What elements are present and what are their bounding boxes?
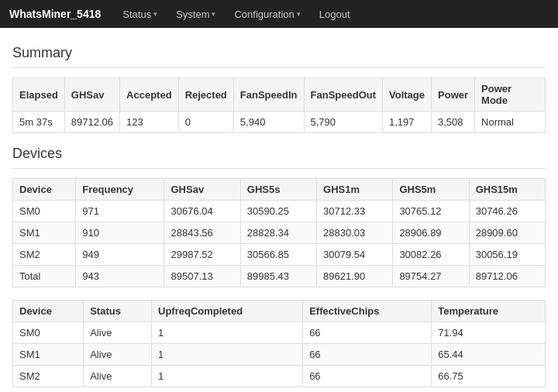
table-row: SM2Alive16666.75 xyxy=(13,366,546,387)
summary-accepted: 123 xyxy=(120,112,179,133)
cell-ghs5s: 30566.85 xyxy=(240,244,316,266)
devices-table1: Device Frequency GHSav GHS5s GHS1m GHS5m… xyxy=(12,178,546,287)
devices-divider xyxy=(12,168,546,169)
main-content: Summary Elapsed GHSav Accepted Rejected … xyxy=(0,28,558,392)
cell-ghs5m: 28906.89 xyxy=(393,222,469,244)
cell-ghs5m: 89754.27 xyxy=(393,266,469,287)
nav-item-system[interactable]: System ▾ xyxy=(173,0,219,28)
chevron-down-icon: ▾ xyxy=(153,10,157,18)
dev1-col-ghs15m: GHS15m xyxy=(469,179,545,201)
chevron-down-icon: ▾ xyxy=(212,10,215,18)
nav-item-configuration[interactable]: Configuration ▾ xyxy=(231,0,303,28)
table-row: SM191028843.5628828.3428830.0328906.8928… xyxy=(13,222,546,244)
dev2-col-chips: EffectiveChips xyxy=(303,301,432,322)
summary-ghsav: 89712.06 xyxy=(64,112,119,133)
cell-ghs1m: 89621.90 xyxy=(317,266,393,287)
dev2-col-status: Status xyxy=(84,301,152,322)
cell-ghsav: 29987.52 xyxy=(164,244,240,266)
navbar-brand: WhatsMiner_5418 xyxy=(9,8,101,20)
cell-upfreq: 1 xyxy=(152,344,303,366)
cell-frequency: 949 xyxy=(76,244,164,266)
summary-fanspedin: 5,940 xyxy=(233,112,304,133)
summary-table: Elapsed GHSav Accepted Rejected FanSpeed… xyxy=(12,77,546,133)
dev2-col-device: Device xyxy=(13,301,84,322)
devices-table2: Device Status UpfreqCompleted EffectiveC… xyxy=(12,300,546,387)
navbar: WhatsMiner_5418 Status ▾ System ▾ Config… xyxy=(0,0,558,28)
cell-ghs5m: 30082.26 xyxy=(393,244,469,266)
summary-col-elapsed: Elapsed xyxy=(13,78,65,112)
cell-upfreq: 1 xyxy=(152,322,303,344)
cell-frequency: 910 xyxy=(76,222,164,244)
cell-ghsav: 28843.56 xyxy=(164,222,240,244)
cell-ghs1m: 28830.03 xyxy=(317,222,393,244)
cell-temp: 66.75 xyxy=(432,366,546,387)
summary-title: Summary xyxy=(12,45,546,61)
cell-ghs5s: 28828.34 xyxy=(240,222,316,244)
dev1-col-device: Device xyxy=(13,179,76,201)
table-row: SM1Alive16665.44 xyxy=(13,344,546,366)
cell-status: Alive xyxy=(84,322,152,344)
summary-rejected: 0 xyxy=(178,112,233,133)
summary-voltage: 1,197 xyxy=(383,112,432,133)
cell-ghs1m: 30712.33 xyxy=(317,201,393,222)
cell-ghs15m: 30746.26 xyxy=(469,201,545,222)
summary-col-powermode: Power Mode xyxy=(475,78,546,112)
cell-ghsav: 30676.04 xyxy=(164,201,240,222)
nav-item-status[interactable]: Status ▾ xyxy=(119,0,160,28)
dev1-col-ghs5m: GHS5m xyxy=(393,179,469,201)
summary-row: 5m 37s 89712.06 123 0 5,940 5,790 1,197 … xyxy=(13,112,546,133)
summary-fanspeedout: 5,790 xyxy=(304,112,383,133)
cell-device: SM1 xyxy=(13,222,76,244)
cell-ghs1m: 30079.54 xyxy=(317,244,393,266)
cell-temp: 71.94 xyxy=(432,322,546,344)
summary-col-power: Power xyxy=(432,78,475,112)
summary-col-ghsav: GHSav xyxy=(64,78,119,112)
dev1-col-ghs1m: GHS1m xyxy=(317,179,393,201)
devices-title: Devices xyxy=(12,146,546,162)
cell-chips: 66 xyxy=(303,344,432,366)
summary-col-accepted: Accepted xyxy=(120,78,179,112)
dev2-col-upfreq: UpfreqCompleted xyxy=(152,301,303,322)
cell-device: SM2 xyxy=(13,244,76,266)
cell-ghs15m: 28909.60 xyxy=(469,222,545,244)
cell-chips: 66 xyxy=(303,322,432,344)
nav-item-logout[interactable]: Logout xyxy=(316,0,353,28)
cell-status: Alive xyxy=(84,366,152,387)
table-row: SM0Alive16671.94 xyxy=(13,322,546,344)
cell-ghs5s: 89985.43 xyxy=(240,266,316,287)
table-row: SM294929987.5230566.8530079.5430082.2630… xyxy=(13,244,546,266)
cell-upfreq: 1 xyxy=(152,366,303,387)
cell-status: Alive xyxy=(84,344,152,366)
cell-device: Total xyxy=(13,266,76,287)
summary-col-fanspeedout: FanSpeedOut xyxy=(304,78,383,112)
cell-frequency: 943 xyxy=(76,266,164,287)
table-row: Total94389507.1389985.4389621.9089754.27… xyxy=(13,266,546,287)
dev1-col-ghs5s: GHS5s xyxy=(240,179,316,201)
cell-temp: 65.44 xyxy=(432,344,546,366)
cell-device: SM1 xyxy=(13,344,84,366)
cell-frequency: 971 xyxy=(76,201,164,222)
summary-divider xyxy=(12,67,546,68)
summary-elapsed: 5m 37s xyxy=(13,112,65,133)
dev2-col-temp: Temperature xyxy=(432,301,546,322)
cell-ghs5m: 30765.12 xyxy=(393,201,469,222)
summary-col-rejected: Rejected xyxy=(178,78,233,112)
chevron-down-icon: ▾ xyxy=(297,10,301,18)
summary-col-fanspedin: FanSpeedIn xyxy=(233,78,304,112)
dev1-col-frequency: Frequency xyxy=(76,179,164,201)
cell-ghs5s: 30590.25 xyxy=(240,201,316,222)
cell-chips: 66 xyxy=(303,366,432,387)
table-row: SM097130676.0430590.2530712.3330765.1230… xyxy=(13,201,546,222)
cell-ghs15m: 89712.06 xyxy=(469,266,545,287)
dev1-col-ghsav: GHSav xyxy=(164,179,240,201)
cell-ghs15m: 30056.19 xyxy=(469,244,545,266)
cell-device: SM0 xyxy=(13,322,84,344)
summary-power: 3,508 xyxy=(432,112,475,133)
cell-device: SM0 xyxy=(13,201,76,222)
summary-col-voltage: Voltage xyxy=(383,78,432,112)
summary-powermode: Normal xyxy=(475,112,546,133)
cell-device: SM2 xyxy=(13,366,84,387)
cell-ghsav: 89507.13 xyxy=(164,266,240,287)
